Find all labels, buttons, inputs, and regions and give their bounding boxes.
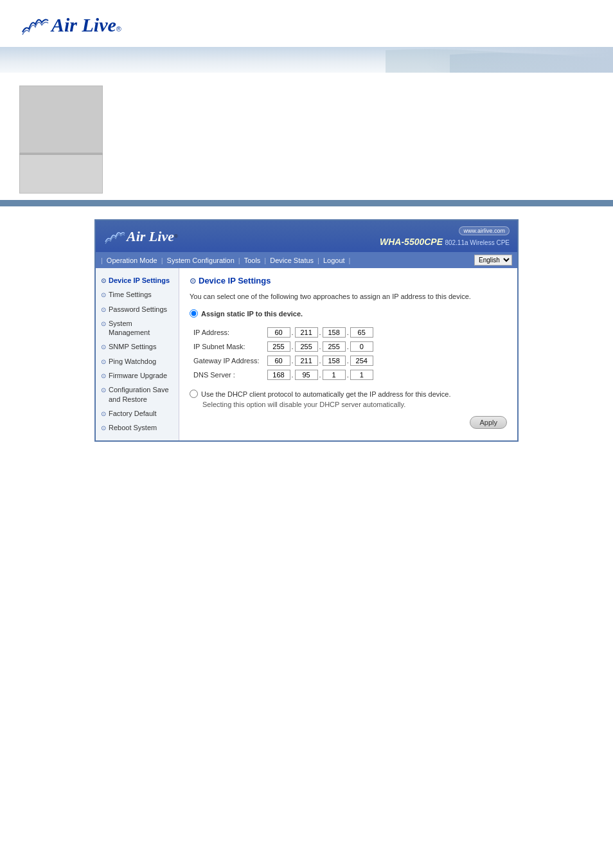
panel-title-icon: ⊙ [190,276,196,285]
router-title-right: www.airlive.com WHA-5500CPE 802.11a Wire… [380,226,510,247]
dns-inputs: . . . [267,370,373,380]
top-header: Air Live ® [0,0,613,44]
apply-row: Apply [190,416,507,429]
sidebar-item-password[interactable]: ⊙ Password Settings [96,302,179,316]
page-nav-bar [0,200,613,206]
gateway-inputs: . . . [267,356,373,366]
sidebar-icon-time: ⊙ [101,291,106,299]
nav-item-tools[interactable]: Tools [240,255,265,266]
router-model-sub: 802.11a Wireless CPE [445,239,510,246]
ip-address-octet1[interactable] [267,327,290,338]
router-logo-registered: ® [174,233,178,239]
ip-address-row: IP Address: . . . [190,325,377,339]
sidebar-item-system-mgmt[interactable]: ⊙ System Management [96,316,179,340]
router-logo-text: Air Live [127,228,174,245]
top-logo-text: Air Live [51,14,116,36]
sidebar-block-bottom [19,155,103,194]
sidebar-item-factory-default[interactable]: ⊙ Factory Default [96,406,179,420]
subnet-octet4[interactable] [350,341,373,352]
sidebar-icon-factory: ⊙ [101,410,106,418]
apply-button[interactable]: Apply [470,416,507,429]
dhcp-radio[interactable] [190,390,198,398]
top-logo-registered: ® [116,25,121,33]
panel-title-area: ⊙ Device IP Settings [190,276,507,285]
gateway-label: Gateway IP Address: [190,354,263,368]
nav-item-logout[interactable]: Logout [319,255,349,266]
ip-address-inputs: . . . [267,327,373,338]
ip-address-octet2[interactable] [295,327,318,338]
dns-row: DNS Server : . . . [190,368,377,382]
sidebar-item-time[interactable]: ⊙ Time Settings [96,287,179,302]
sidebar-item-device-ip[interactable]: ⊙ Device IP Settings [96,273,179,287]
sidebar-item-snmp[interactable]: ⊙ SNMP Settings [96,339,179,354]
static-ip-label: Assign static IP to this device. [201,310,303,318]
router-main-panel: ⊙ Device IP Settings You can select one … [179,268,517,440]
top-logo-area: Air Live ® [19,13,594,37]
subnet-mask-label: IP Subnet Mask: [190,339,263,354]
static-ip-option: Assign static IP to this device. [190,309,507,318]
subnet-octet3[interactable] [323,341,346,352]
sidebar-icon-reboot: ⊙ [101,424,106,432]
router-nav: | Operation Mode | System Configuration … [96,252,517,268]
subnet-mask-row: IP Subnet Mask: . . . [190,339,377,354]
gateway-octet3[interactable] [323,356,346,366]
nav-item-operation-mode[interactable]: Operation Mode [103,255,161,266]
language-select[interactable]: English [474,255,512,266]
wave-svg [0,47,613,73]
gateway-octet4[interactable] [350,356,373,366]
subnet-octet2[interactable] [295,341,318,352]
dhcp-radio-row: Use the DHCP client protocol to automati… [190,390,507,398]
dhcp-section: Use the DHCP client protocol to automati… [190,390,507,408]
subnet-octet1[interactable] [267,341,290,352]
ip-address-octet3[interactable] [323,327,346,338]
router-ui-frame: Air Live ® www.airlive.com WHA-5500CPE 8… [94,219,519,442]
dns-octet3[interactable] [323,370,346,380]
main-content: Air Live ® www.airlive.com WHA-5500CPE 8… [0,213,613,448]
sidebar-icon-device-ip: ⊙ [101,276,106,285]
gateway-row: Gateway IP Address: . . . [190,354,377,368]
router-model: WHA-5500CPE [380,237,443,247]
router-sidebar: ⊙ Device IP Settings ⊙ Time Settings ⊙ P… [96,268,179,440]
dns-octet1[interactable] [267,370,290,380]
router-website: www.airlive.com [459,226,510,235]
nav-item-device-status[interactable]: Device Status [266,255,317,266]
sidebar-icon-ping: ⊙ [101,357,106,366]
sidebar-item-ping-watchdog[interactable]: ⊙ Ping Watchdog [96,354,179,368]
wave-decoration [0,47,613,73]
sidebar-placeholder [19,86,594,194]
language-selector-area: English [474,255,512,266]
ip-address-octet4[interactable] [350,327,373,338]
dhcp-note: Selecting this option will disable your … [202,401,507,408]
sidebar-icon-password: ⊙ [101,305,106,314]
ip-form-table: IP Address: . . . [190,325,377,382]
router-body: ⊙ Device IP Settings ⊙ Time Settings ⊙ P… [96,268,517,440]
sidebar-icon-config: ⊙ [101,386,106,394]
dhcp-label: Use the DHCP client protocol to automati… [201,390,450,398]
router-logo-waves-icon [103,228,127,246]
sidebar-icon-firmware: ⊙ [101,372,106,380]
router-header: Air Live ® www.airlive.com WHA-5500CPE 8… [96,221,517,252]
panel-title-text: Device IP Settings [199,276,271,285]
subnet-mask-inputs: . . . [267,341,373,352]
sidebar-block [19,86,103,194]
gateway-octet1[interactable] [267,356,290,366]
dns-label: DNS Server : [190,368,263,382]
ip-address-label: IP Address: [190,325,263,339]
gateway-octet2[interactable] [295,356,318,366]
panel-description: You can select one of the following two … [190,292,507,302]
sidebar-block-top [19,86,103,153]
sidebar-icon-snmp: ⊙ [101,343,106,351]
router-logo-area: Air Live ® [103,228,178,246]
sidebar-item-firmware[interactable]: ⊙ Firmware Upgrade [96,368,179,383]
nav-item-system-config[interactable]: System Configuration [163,255,238,266]
sidebar-item-config-save[interactable]: ⊙ Configuration Save and Restore [96,383,179,406]
sidebar-item-reboot[interactable]: ⊙ Reboot System [96,420,179,435]
sidebar-icon-system-mgmt: ⊙ [101,320,106,328]
dns-octet2[interactable] [295,370,318,380]
top-logo-waves-icon [19,13,51,37]
static-ip-radio[interactable] [190,309,198,318]
dns-octet4[interactable] [350,370,373,380]
